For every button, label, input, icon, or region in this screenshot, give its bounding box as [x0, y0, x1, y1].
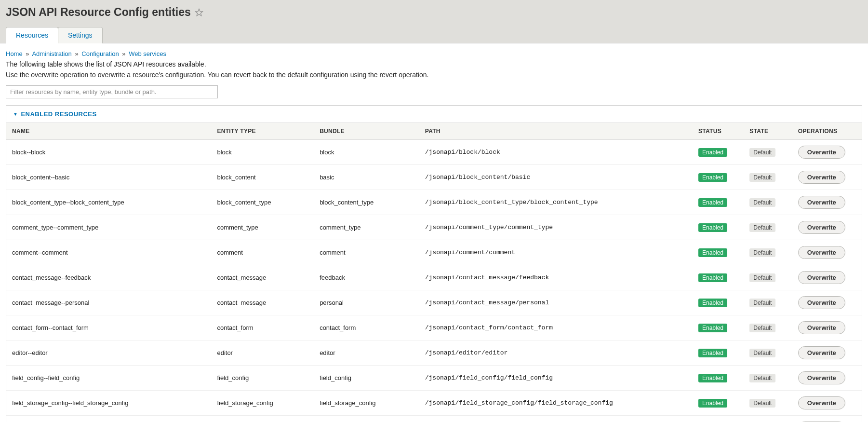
filter-input[interactable]: [6, 85, 218, 98]
cell-status: Enabled: [693, 315, 744, 340]
status-badge: Enabled: [698, 198, 727, 207]
breadcrumb-sep: »: [26, 50, 29, 57]
breadcrumb-administration[interactable]: Administration: [32, 50, 71, 57]
cell-state: Default: [744, 290, 792, 315]
page-title: JSON API Resource Config entities: [6, 6, 191, 19]
cell-state: Default: [744, 391, 792, 416]
page-header: JSON API Resource Config entities Resour…: [0, 0, 868, 43]
breadcrumb-home[interactable]: Home: [6, 50, 23, 57]
cell-bundle: field_storage_config: [314, 391, 419, 416]
table-row: comment_type--comment_typecomment_typeco…: [6, 215, 862, 240]
overwrite-button[interactable]: Overwrite: [798, 146, 845, 159]
cell-entity-type: contact_message: [211, 290, 314, 315]
tab-resources[interactable]: Resources: [6, 27, 58, 43]
cell-name: field_config--field_config: [6, 366, 211, 391]
cell-operations: Overwrite: [792, 140, 862, 165]
table-row: file--filefilefile/jsonapi/file/fileEnab…: [6, 416, 862, 422]
fieldset-legend[interactable]: ▼ ENABLED RESOURCES: [6, 106, 862, 123]
overwrite-button[interactable]: Overwrite: [798, 396, 845, 409]
state-badge: Default: [749, 148, 775, 157]
col-state: STATE: [744, 123, 792, 140]
overwrite-button[interactable]: Overwrite: [798, 246, 845, 259]
state-badge: Default: [749, 223, 775, 232]
tab-settings[interactable]: Settings: [58, 27, 103, 43]
cell-path: /jsonapi/comment/comment: [419, 240, 693, 265]
state-badge: Default: [749, 374, 775, 382]
cell-status: Enabled: [693, 340, 744, 366]
cell-path: /jsonapi/contact_form/contact_form: [419, 315, 693, 340]
cell-name: block_content_type--block_content_type: [6, 190, 211, 215]
cell-operations: Overwrite: [792, 290, 862, 315]
cell-path: /jsonapi/block_content_type/block_conten…: [419, 190, 693, 215]
table-row: block_content--basicblock_contentbasic/j…: [6, 165, 862, 190]
col-path: PATH: [419, 123, 693, 140]
cell-status: Enabled: [693, 366, 744, 391]
svg-marker-0: [195, 9, 202, 15]
status-badge: Enabled: [698, 374, 727, 382]
status-badge: Enabled: [698, 299, 727, 307]
cell-entity-type: block: [211, 140, 314, 165]
overwrite-button[interactable]: Overwrite: [798, 321, 845, 334]
cell-path: /jsonapi/field_storage_config/field_stor…: [419, 391, 693, 416]
breadcrumb-sep: »: [122, 50, 125, 57]
cell-state: Default: [744, 416, 792, 422]
cell-entity-type: editor: [211, 340, 314, 366]
cell-status: Enabled: [693, 215, 744, 240]
cell-path: /jsonapi/block_content/basic: [419, 165, 693, 190]
cell-bundle: file: [314, 416, 419, 422]
cell-name: contact_message--personal: [6, 290, 211, 315]
cell-operations: Overwrite: [792, 165, 862, 190]
breadcrumb: Home » Administration » Configuration » …: [6, 50, 862, 57]
overwrite-button[interactable]: Overwrite: [798, 171, 845, 184]
cell-state: Default: [744, 340, 792, 366]
cell-name: block--block: [6, 140, 211, 165]
table-row: contact_message--personalcontact_message…: [6, 290, 862, 315]
breadcrumb-sep: »: [75, 50, 78, 57]
cell-entity-type: comment: [211, 240, 314, 265]
cell-path: /jsonapi/contact_message/feedback: [419, 265, 693, 290]
cell-state: Default: [744, 315, 792, 340]
overwrite-button[interactable]: Overwrite: [798, 196, 845, 209]
state-badge: Default: [749, 399, 775, 408]
table-row: field_storage_config--field_storage_conf…: [6, 391, 862, 416]
cell-state: Default: [744, 240, 792, 265]
overwrite-button[interactable]: Overwrite: [798, 371, 845, 384]
content-area: Home » Administration » Configuration » …: [0, 43, 868, 422]
table-row: field_config--field_configfield_configfi…: [6, 366, 862, 391]
cell-name: editor--editor: [6, 340, 211, 366]
cell-entity-type: block_content: [211, 165, 314, 190]
cell-operations: Overwrite: [792, 315, 862, 340]
breadcrumb-configuration[interactable]: Configuration: [81, 50, 119, 57]
overwrite-button[interactable]: Overwrite: [798, 271, 845, 284]
star-icon[interactable]: [195, 8, 203, 17]
cell-name: comment_type--comment_type: [6, 215, 211, 240]
state-badge: Default: [749, 299, 775, 307]
tabs: Resources Settings: [6, 27, 862, 43]
cell-name: file--file: [6, 416, 211, 422]
col-entity-type: ENTITY TYPE: [211, 123, 314, 140]
overwrite-button[interactable]: Overwrite: [798, 346, 845, 359]
status-badge: Enabled: [698, 148, 727, 157]
fieldset-legend-text: ENABLED RESOURCES: [21, 110, 96, 118]
status-badge: Enabled: [698, 349, 727, 357]
state-badge: Default: [749, 324, 775, 332]
cell-path: /jsonapi/contact_message/personal: [419, 290, 693, 315]
breadcrumb-web-services[interactable]: Web services: [129, 50, 166, 57]
state-badge: Default: [749, 273, 775, 282]
cell-bundle: field_config: [314, 366, 419, 391]
cell-name: comment--comment: [6, 240, 211, 265]
cell-path: /jsonapi/block/block: [419, 140, 693, 165]
cell-status: Enabled: [693, 190, 744, 215]
cell-entity-type: contact_message: [211, 265, 314, 290]
cell-operations: Overwrite: [792, 240, 862, 265]
cell-status: Enabled: [693, 290, 744, 315]
state-badge: Default: [749, 349, 775, 357]
cell-status: Enabled: [693, 265, 744, 290]
cell-bundle: comment_type: [314, 215, 419, 240]
status-badge: Enabled: [698, 324, 727, 332]
cell-path: /jsonapi/comment_type/comment_type: [419, 215, 693, 240]
enabled-resources-fieldset: ▼ ENABLED RESOURCES NAME ENTITY TYPE BUN…: [6, 105, 862, 422]
cell-status: Enabled: [693, 416, 744, 422]
overwrite-button[interactable]: Overwrite: [798, 296, 845, 309]
overwrite-button[interactable]: Overwrite: [798, 221, 845, 234]
